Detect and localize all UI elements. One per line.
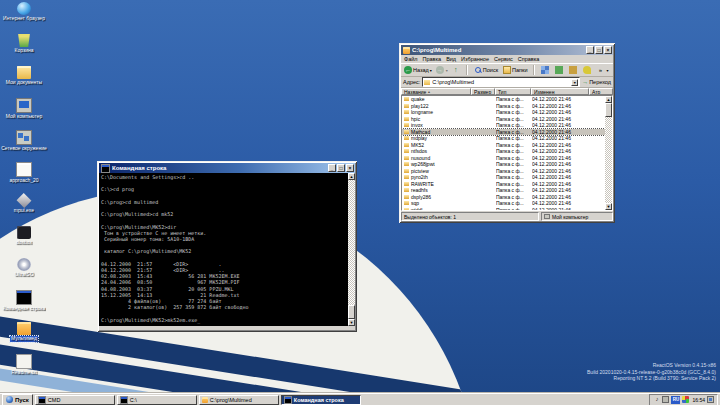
desktop-icon[interactable]: dosbox <box>0 226 48 258</box>
desktop-icon-label: Интернет браузер <box>2 16 46 22</box>
toolbar-button[interactable]: Назад ▾ <box>403 65 433 76</box>
desktop-icon[interactable]: Командная строка <box>0 290 48 322</box>
scroll-up-icon[interactable]: ▲ <box>348 173 355 180</box>
column-header-size[interactable]: Размер <box>471 88 495 95</box>
usb-icon[interactable] <box>662 396 669 403</box>
file-row[interactable]: sqp Папка с ф... 04.12.2000 21:46 <box>402 200 605 207</box>
menu-item[interactable]: Сервис <box>494 56 513 62</box>
toolbar-button[interactable] <box>554 65 566 76</box>
taskbar-button-label: C:\ <box>130 397 137 403</box>
toolbar-button[interactable] <box>532 65 538 76</box>
column-header-attr[interactable]: Атр <box>589 88 613 95</box>
taskbar-button[interactable]: Командная строка <box>281 395 361 405</box>
toolbar-button[interactable]: ▾ <box>596 65 610 76</box>
file-row[interactable]: wp268jpwt Папка с ф... 04.12.2000 21:46 <box>402 161 605 168</box>
file-modified: 04.12.2000 21:46 <box>532 161 590 167</box>
file-row[interactable]: MK52 Папка с ф... 04.12.2000 21:46 <box>402 142 605 149</box>
menu-item[interactable]: Правка <box>423 56 442 62</box>
desktop-icon[interactable]: Сетевое окружение <box>0 130 48 162</box>
monitor-icon[interactable] <box>707 396 714 403</box>
chevron-down-icon[interactable]: ▾ <box>571 79 578 86</box>
close-button[interactable]: × <box>604 46 612 54</box>
toolbar-button[interactable]: Поиск <box>473 65 500 76</box>
console-output[interactable]: C:\Documents and Settings>cd .. C:\>cd p… <box>99 173 348 326</box>
maximize-button[interactable]: □ <box>337 164 345 172</box>
toolbar-button[interactable]: Папки <box>502 65 529 76</box>
desktop-icon[interactable]: Мультимед <box>0 322 48 354</box>
disc-icon <box>17 258 31 271</box>
toolbar-separator <box>533 65 535 75</box>
file-row[interactable]: pyro2th Папка с ф... 04.12.2000 21:46 <box>402 174 605 181</box>
file-modified: 04.12.2000 21:46 <box>532 168 590 174</box>
scroll-down-icon[interactable]: ▼ <box>348 319 355 326</box>
file-row[interactable]: widdl Папка с ф... 04.12.2000 21:46 <box>402 207 605 211</box>
scroll-up-icon[interactable]: ▲ <box>605 96 612 103</box>
menu-item[interactable]: Избранное <box>461 56 489 62</box>
file-row[interactable]: dsply286 Папка с ф... 04.12.2000 21:46 <box>402 194 605 201</box>
file-row[interactable]: longname Папка с ф... 04.12.2000 21:46 <box>402 109 605 116</box>
menu-item[interactable]: Справка <box>518 56 540 62</box>
file-row[interactable]: RAWRITE Папка с ф... 04.12.2000 21:46 <box>402 181 605 188</box>
cmd-titlebar[interactable]: Командная строка _ □ × <box>99 163 355 173</box>
file-name: quake <box>411 96 425 102</box>
start-button[interactable]: Пуск <box>2 394 33 405</box>
address-input[interactable]: C:\prog\Multimed ▾ <box>422 77 580 87</box>
cmd-window[interactable]: Командная строка _ □ × C:\Documents and … <box>97 161 357 332</box>
desktop-icon-label: Мои документы <box>5 80 43 86</box>
desktop-icon[interactable]: mpui.exe <box>0 194 48 226</box>
scroll-down-icon[interactable]: ▼ <box>605 203 612 210</box>
desktop-icon[interactable]: Мои документы <box>0 66 48 98</box>
console-icon <box>120 396 128 404</box>
list-scrollbar[interactable]: ▲ ▼ <box>605 96 612 210</box>
close-button[interactable]: × <box>346 164 354 172</box>
desktop-icon[interactable]: Readme.txt <box>0 354 48 386</box>
file-row[interactable]: play122 Папка с ф... 04.12.2000 21:46 <box>402 103 605 110</box>
file-row[interactable]: pictview Папка с ф... 04.12.2000 21:46 <box>402 168 605 175</box>
column-header-modified[interactable]: Изменен <box>531 88 589 95</box>
column-header-name[interactable]: Название ▲ <box>401 88 471 95</box>
file-row[interactable]: quake Папка с ф... 04.12.2000 21:46 <box>402 96 605 103</box>
toolbar-button[interactable] <box>451 65 463 76</box>
minimize-button[interactable]: _ <box>586 46 594 54</box>
console-scrollbar[interactable]: ▲ ▼ <box>348 173 355 326</box>
menu-item[interactable]: Вид <box>446 56 456 62</box>
toolbar-button[interactable] <box>465 65 471 76</box>
toolbar-button[interactable] <box>568 65 580 76</box>
go-button[interactable]: → Переход <box>582 79 611 85</box>
desktop-icon[interactable]: Мой компьютер <box>0 98 48 130</box>
folder-icon <box>404 175 409 179</box>
file-row[interactable]: invox Папка с ф... 04.12.2000 21:46 <box>402 122 605 129</box>
maximize-button[interactable]: □ <box>595 46 603 54</box>
column-header-type[interactable]: Тип <box>495 88 531 95</box>
taskbar-button[interactable]: C:\prog\Multimed <box>199 395 279 405</box>
clock[interactable]: 16:54 <box>691 397 705 403</box>
scrollbar-thumb[interactable] <box>605 103 612 117</box>
toolbar-button[interactable]: ▾ <box>435 65 449 76</box>
scrollbar-thumb[interactable] <box>348 305 355 319</box>
menu-item[interactable]: Файл <box>404 56 418 62</box>
minimize-button[interactable]: _ <box>328 164 336 172</box>
folder-icon <box>404 149 409 153</box>
up-icon <box>452 66 460 74</box>
file-row[interactable]: readhfs Папка с ф... 04.12.2000 21:46 <box>402 187 605 194</box>
toolbar-button[interactable] <box>582 65 594 76</box>
desktop-icon[interactable]: UltraISO <box>0 258 48 290</box>
file-row[interactable]: nusound Папка с ф... 04.12.2000 21:46 <box>402 155 605 162</box>
taskbar-button[interactable]: C:\ <box>117 395 197 405</box>
taskbar-button[interactable]: CMD <box>35 395 115 405</box>
file-row[interactable]: mdplay Папка с ф... 04.12.2000 21:46 <box>402 135 605 142</box>
explorer-titlebar[interactable]: C:\prog\Multimed _ □ × <box>401 45 613 55</box>
desktop-icon[interactable]: Корзина <box>0 34 48 66</box>
desktop-icon-label: approach_20 <box>8 178 39 184</box>
explorer-window[interactable]: C:\prog\Multimed _ □ × ФайлПравкаВидИзбр… <box>399 43 615 223</box>
language-indicator[interactable]: RU <box>671 396 680 404</box>
desktop-icon[interactable]: approach_20 <box>0 162 48 194</box>
desktop-icon[interactable]: Интернет браузер <box>0 2 48 34</box>
file-row[interactable]: Mathcad Папка с ф... 04.12.2000 21:46 <box>402 129 605 136</box>
toolbar-button[interactable] <box>540 65 552 76</box>
file-row[interactable]: hpic Папка с ф... 04.12.2000 21:46 <box>402 116 605 123</box>
reactos-tray-icon[interactable] <box>682 396 689 403</box>
file-row[interactable]: ntfsdos Папка с ф... 04.12.2000 21:46 <box>402 148 605 155</box>
volume-icon[interactable] <box>653 396 660 403</box>
console-area[interactable]: C:\Documents and Settings>cd .. C:\>cd p… <box>99 173 355 326</box>
